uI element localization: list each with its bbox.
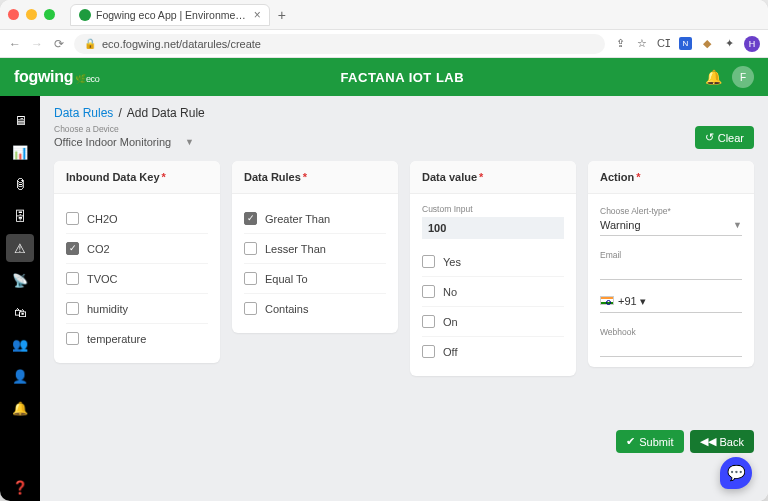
chevron-down-icon: ▼ [733,220,742,230]
reload-icon[interactable]: ⟳ [52,37,66,51]
option-yes[interactable]: Yes [422,247,564,277]
share-icon[interactable]: ⇪ [613,37,627,51]
webhook-field[interactable] [600,337,742,357]
option-lesser-than[interactable]: Lesser Than [244,234,386,264]
sidebar-item-account[interactable]: 👤 [6,362,34,390]
sidebar-item-dashboard[interactable]: 🖥 [6,106,34,134]
main-content: Data Rules / Add Data Rule Choose a Devi… [40,96,768,501]
sidebar-item-notify[interactable]: 🔔 [6,394,34,422]
custom-input-label: Custom Input [422,204,564,214]
device-select[interactable]: Office Indoor Monitoring ▼ [54,136,194,149]
option-humidity[interactable]: humidity [66,294,208,324]
user-avatar[interactable]: F [732,66,754,88]
sidebar-item-alerts[interactable]: ⚠ [6,234,34,262]
custom-input[interactable] [422,217,564,239]
card-inbound-data-key: Inbound Data Key* CH2O CO2 TVOC humidity… [54,161,220,363]
option-greater-than[interactable]: Greater Than [244,204,386,234]
alert-type-select[interactable]: Warning ▼ [600,216,742,236]
chat-icon: 💬 [727,464,746,482]
window-titlebar: Fogwing eco App | Environme… × + [0,0,768,30]
breadcrumb-current: Add Data Rule [127,106,205,120]
option-tvoc[interactable]: TVOC [66,264,208,294]
lock-icon: 🔒 [84,38,96,49]
url-bar: ← → ⟳ 🔒 eco.fogwing.net/datarules/create… [0,30,768,58]
tab-title: Fogwing eco App | Environme… [96,9,246,21]
browser-tab[interactable]: Fogwing eco App | Environme… × [70,4,270,26]
option-ch2o[interactable]: CH2O [66,204,208,234]
sidebar-item-signal[interactable]: 📡 [6,266,34,294]
option-off[interactable]: Off [422,337,564,366]
submit-button[interactable]: ✔ Submit [616,430,683,453]
chevron-down-icon: ▼ [185,137,194,147]
extension-icon[interactable]: Cⵊ [657,37,671,51]
device-label: Choose a Device [54,124,205,134]
favicon-icon [79,9,91,21]
card-data-value: Data value* Custom Input Yes No On Off [410,161,576,376]
india-flag-icon [600,296,614,305]
forward-icon[interactable]: → [30,37,44,51]
bell-icon[interactable]: 🔔 [705,69,722,85]
sidebar-item-team[interactable]: 👥 [6,330,34,358]
option-contains[interactable]: Contains [244,294,386,323]
option-no[interactable]: No [422,277,564,307]
undo-icon: ↺ [705,131,714,144]
extension-icon-3[interactable]: ◆ [700,37,714,51]
star-icon[interactable]: ☆ [635,37,649,51]
url-text: eco.fogwing.net/datarules/create [102,38,261,50]
back-button[interactable]: ◀◀ Back [690,430,754,453]
card-action: Action* Choose Alert-type* Warning ▼ Ema… [588,161,754,367]
card-data-rules: Data Rules* Greater Than Lesser Than Equ… [232,161,398,333]
logo[interactable]: fogwing🌿eco [14,68,100,86]
option-co2[interactable]: CO2 [66,234,208,264]
new-tab-button[interactable]: + [278,7,286,23]
close-window-icon[interactable] [8,9,19,20]
minimize-window-icon[interactable] [26,9,37,20]
extension-icon-2[interactable]: N [679,37,692,50]
org-title: FACTANA IOT LAB [100,70,705,85]
check-icon: ✔ [626,435,635,448]
app-header: fogwing🌿eco FACTANA IOT LAB 🔔 F [0,58,768,96]
maximize-window-icon[interactable] [44,9,55,20]
profile-avatar[interactable]: H [744,36,760,52]
back-icon[interactable]: ← [8,37,22,51]
breadcrumb-parent[interactable]: Data Rules [54,106,113,120]
chat-fab[interactable]: 💬 [720,457,752,489]
clear-button[interactable]: ↺ Clear [695,126,754,149]
sidebar: 🖥 📊 🛢 🗄 ⚠ 📡 🛍 👥 👤 🔔 ❓ [0,96,40,501]
sidebar-item-devices[interactable]: 🛢 [6,170,34,198]
sidebar-item-org[interactable]: 🛍 [6,298,34,326]
email-field[interactable] [600,260,742,280]
option-temperature[interactable]: temperature [66,324,208,353]
puzzle-icon[interactable]: ✦ [722,37,736,51]
option-equal-to[interactable]: Equal To [244,264,386,294]
phone-field[interactable]: +91 ▾ [600,292,742,313]
option-on[interactable]: On [422,307,564,337]
sidebar-item-help[interactable]: ❓ [6,473,34,501]
address-bar[interactable]: 🔒 eco.fogwing.net/datarules/create [74,34,605,54]
sidebar-item-analytics[interactable]: 📊 [6,138,34,166]
close-tab-icon[interactable]: × [254,8,261,22]
breadcrumb: Data Rules / Add Data Rule [54,106,205,120]
rewind-icon: ◀◀ [700,435,716,448]
sidebar-item-data[interactable]: 🗄 [6,202,34,230]
